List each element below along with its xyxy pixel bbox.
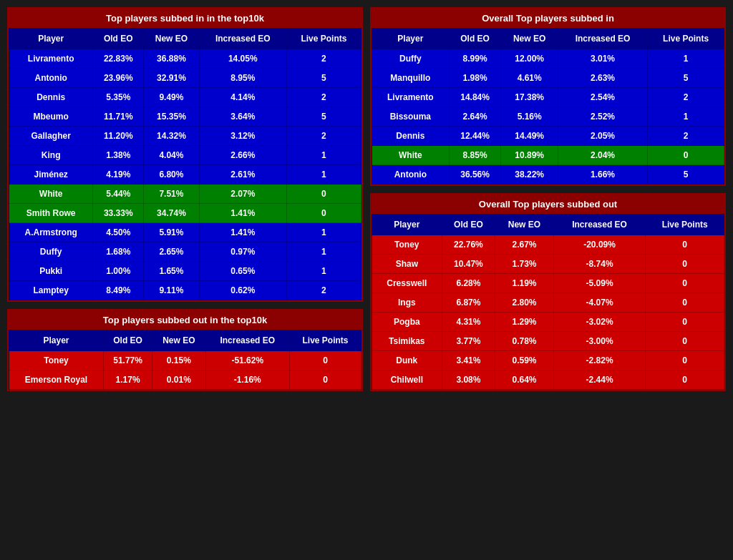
table-row: Duffy8.99%12.00%3.01%1 — [372, 49, 724, 69]
th-old-eo-2: Old EO — [104, 330, 152, 351]
table-row: Cresswell6.28%1.19%-5.09%0 — [372, 274, 724, 293]
cell-player: White — [9, 185, 93, 204]
th-new-eo-4: New EO — [495, 215, 554, 235]
table-row: Gallagher11.20%14.32%3.12%2 — [9, 127, 361, 146]
bottom-right-table-container: Overall Top players subbed out Player Ol… — [370, 193, 726, 391]
cell-inc_eo: 2.63% — [558, 69, 647, 88]
cell-inc_eo: 2.54% — [558, 88, 647, 107]
cell-player: Pogba — [372, 313, 442, 332]
cell-old_eo: 11.20% — [93, 127, 144, 146]
bottom-left-header-row: Player Old EO New EO Increased EO Live P… — [9, 330, 361, 351]
cell-player: Emerson Royal — [9, 370, 104, 390]
th-old-eo-4: Old EO — [442, 215, 495, 235]
th-inc-eo-1: Increased EO — [199, 29, 286, 49]
th-inc-eo-3: Increased EO — [558, 29, 647, 49]
table-row: Ings6.87%2.80%-4.07%0 — [372, 293, 724, 313]
table-row: Pogba4.31%1.29%-3.02%0 — [372, 313, 724, 332]
cell-inc_eo: 3.12% — [199, 127, 286, 146]
table-row: Toney51.77%0.15%-51.62%0 — [9, 351, 361, 370]
cell-points: 2 — [286, 88, 361, 107]
table-row: A.Armstrong4.50%5.91%1.41%1 — [9, 223, 361, 242]
top-right-header-row: Player Old EO New EO Increased EO Live P… — [372, 29, 724, 49]
cell-new_eo: 2.80% — [495, 293, 554, 313]
th-old-eo-1: Old EO — [93, 29, 144, 49]
cell-player: Dennis — [9, 88, 93, 107]
cell-player: A.Armstrong — [9, 223, 93, 242]
cell-inc_eo: -2.82% — [553, 351, 646, 370]
table-row: Dunk3.41%0.59%-2.82%0 — [372, 351, 724, 370]
table-row: Lamptey8.49%9.11%0.62%2 — [9, 281, 361, 300]
th-inc-eo-4: Increased EO — [553, 215, 646, 235]
top-right-table-container: Overall Top players subbed in Player Old… — [370, 7, 726, 186]
cell-player: Gallagher — [9, 127, 93, 146]
bottom-left-table-title: Top players subbed out in the top10k — [9, 310, 361, 330]
cell-old_eo: 22.83% — [93, 49, 144, 69]
cell-player: Smith Rowe — [9, 204, 93, 223]
cell-player: Ings — [372, 293, 442, 313]
cell-inc_eo: 4.14% — [199, 88, 286, 107]
cell-points: 2 — [648, 88, 724, 107]
cell-new_eo: 4.04% — [144, 146, 199, 165]
left-column: Top players subbed in in the top10k Play… — [7, 7, 363, 391]
cell-player: Dunk — [372, 351, 442, 370]
cell-old_eo: 51.77% — [104, 351, 152, 370]
top-left-table-title: Top players subbed in in the top10k — [9, 9, 361, 28]
table-row: Jiménez4.19%6.80%2.61%1 — [9, 165, 361, 185]
cell-inc_eo: 2.05% — [558, 127, 647, 146]
cell-old_eo: 4.31% — [442, 313, 495, 332]
cell-inc_eo: 3.01% — [558, 49, 647, 69]
cell-points: 0 — [289, 351, 361, 370]
cell-points: 0 — [646, 274, 724, 293]
cell-new_eo: 6.80% — [144, 165, 199, 185]
cell-inc_eo: 2.07% — [199, 185, 286, 204]
table-row: Mbeumo11.71%15.35%3.64%5 — [9, 107, 361, 127]
cell-old_eo: 8.99% — [449, 49, 501, 69]
cell-inc_eo: 2.66% — [199, 146, 286, 165]
th-new-eo-2: New EO — [152, 330, 205, 351]
table-row: Antonio23.96%32.91%8.95%5 — [9, 69, 361, 88]
bottom-right-table: Player Old EO New EO Increased EO Live P… — [372, 214, 724, 390]
cell-old_eo: 33.33% — [93, 204, 144, 223]
cell-points: 5 — [648, 165, 724, 185]
cell-old_eo: 5.35% — [93, 88, 144, 107]
cell-points: 2 — [286, 127, 361, 146]
cell-player: Dennis — [372, 127, 450, 146]
cell-inc_eo: 8.95% — [199, 69, 286, 88]
cell-player: Antonio — [9, 69, 93, 88]
cell-new_eo: 0.64% — [495, 370, 554, 390]
cell-new_eo: 9.11% — [144, 281, 199, 300]
cell-old_eo: 5.44% — [93, 185, 144, 204]
cell-points: 0 — [646, 235, 724, 255]
cell-inc_eo: -4.07% — [553, 293, 646, 313]
cell-old_eo: 12.44% — [449, 127, 501, 146]
cell-player: Bissouma — [372, 107, 450, 127]
cell-new_eo: 7.51% — [144, 185, 199, 204]
cell-player: Jiménez — [9, 165, 93, 185]
th-player-1: Player — [9, 29, 93, 49]
cell-points: 2 — [648, 127, 724, 146]
cell-points: 0 — [646, 313, 724, 332]
cell-old_eo: 1.17% — [104, 370, 152, 390]
cell-old_eo: 10.47% — [442, 255, 495, 274]
cell-new_eo: 38.22% — [501, 165, 558, 185]
cell-inc_eo: 2.52% — [558, 107, 647, 127]
cell-player: Livramento — [9, 49, 93, 69]
th-old-eo-3: Old EO — [449, 29, 501, 49]
cell-player: Duffy — [372, 49, 450, 69]
cell-player: Toney — [9, 351, 104, 370]
cell-inc_eo: 0.97% — [199, 242, 286, 262]
table-row: Dennis12.44%14.49%2.05%2 — [372, 127, 724, 146]
th-new-eo-1: New EO — [144, 29, 199, 49]
cell-points: 5 — [648, 69, 724, 88]
cell-new_eo: 5.91% — [144, 223, 199, 242]
cell-new_eo: 1.29% — [495, 313, 554, 332]
cell-points: 0 — [286, 204, 361, 223]
cell-inc_eo: -3.00% — [553, 332, 646, 351]
cell-points: 5 — [286, 107, 361, 127]
cell-old_eo: 6.87% — [442, 293, 495, 313]
table-row: Chilwell3.08%0.64%-2.44%0 — [372, 370, 724, 390]
th-player-2: Player — [9, 330, 104, 351]
cell-new_eo: 9.49% — [144, 88, 199, 107]
cell-inc_eo: 2.04% — [558, 146, 647, 165]
th-new-eo-3: New EO — [501, 29, 558, 49]
